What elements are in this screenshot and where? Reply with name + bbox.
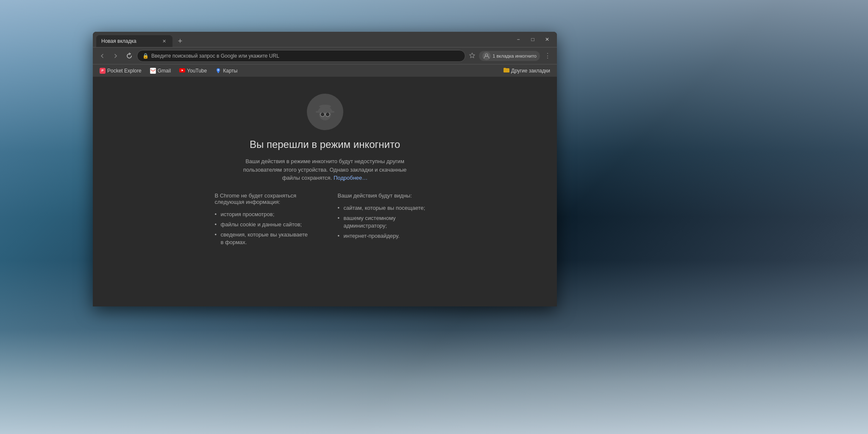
title-bar: Новая вкладка ✕ + − □ ✕ xyxy=(93,32,557,47)
profile-label: 1 вкладка инкогнито xyxy=(492,53,537,58)
incognito-icon xyxy=(307,94,343,130)
youtube-icon xyxy=(179,68,185,74)
maximize-button[interactable]: □ xyxy=(526,33,539,46)
list-item-text: история просмотров; xyxy=(221,211,275,217)
gmail-icon xyxy=(150,68,156,74)
tab-title: Новая вкладка xyxy=(101,38,158,44)
profile-avatar xyxy=(482,52,491,60)
list-item-text: вашему системному администратору; xyxy=(344,215,396,229)
bookmark-youtube[interactable]: YouTube xyxy=(176,67,210,75)
other-bookmarks-folder-icon xyxy=(504,67,509,74)
svg-rect-12 xyxy=(316,111,334,113)
list-item-text: интернет-провайдеру. xyxy=(344,233,400,239)
profile-button[interactable]: 1 вкладка инкогнито xyxy=(479,51,540,61)
learn-more-link[interactable]: Подробнее… xyxy=(334,175,367,181)
minimize-button[interactable]: − xyxy=(512,33,525,46)
bookmark-maps[interactable]: Карты xyxy=(212,67,241,75)
back-button[interactable] xyxy=(96,50,108,62)
list-item-text: сайтам, которые вы посещаете; xyxy=(344,205,426,211)
list-item: вашему системному администратору; xyxy=(338,213,435,231)
bookmarks-bar: P Pocket Explore Gmail YouTube Карты xyxy=(93,64,557,77)
navigation-bar: 🔒 Введите поисковый запрос в Google или … xyxy=(93,47,557,64)
active-tab[interactable]: Новая вкладка ✕ xyxy=(96,35,172,47)
security-icon: 🔒 xyxy=(142,53,149,59)
bookmark-gmail-label: Gmail xyxy=(158,68,171,74)
right-column: Ваши действия будут видны: сайтам, котор… xyxy=(338,192,435,248)
bookmark-pocket-label: Pocket Explore xyxy=(107,68,142,74)
bookmark-star-button[interactable] xyxy=(467,51,477,61)
svg-point-9 xyxy=(320,112,325,117)
right-column-list: сайтам, которые вы посещаете; вашему сис… xyxy=(338,203,435,242)
info-columns: В Chrome не будет сохраняться следующая … xyxy=(198,192,452,248)
list-item-text: сведения, которые вы указываете в формах… xyxy=(221,231,308,245)
tab-close-button[interactable]: ✕ xyxy=(161,38,167,45)
other-bookmarks-label: Другие закладки xyxy=(511,68,550,74)
list-item: файлы cookie и данные сайтов; xyxy=(215,220,312,230)
browser-content: Вы перешли в режим инкогнито Ваши действ… xyxy=(93,77,557,306)
reload-button[interactable] xyxy=(123,50,135,62)
window-controls: − □ ✕ xyxy=(512,33,554,46)
other-bookmarks-button[interactable]: Другие закладки xyxy=(500,67,554,75)
list-item: сведения, которые вы указываете в формах… xyxy=(215,230,312,248)
maps-icon xyxy=(215,68,221,74)
address-text: Введите поисковый запрос в Google или ук… xyxy=(151,53,460,59)
spy-svg-graphic xyxy=(313,100,337,124)
list-item: сайтам, которые вы посещаете; xyxy=(338,203,435,213)
incognito-title: Вы перешли в режим инкогнито xyxy=(250,139,400,150)
bookmark-youtube-label: YouTube xyxy=(187,68,207,74)
svg-point-7 xyxy=(319,105,331,108)
svg-point-4 xyxy=(218,69,219,70)
tab-strip: Новая вкладка ✕ + xyxy=(96,32,512,47)
browser-window: Новая вкладка ✕ + − □ ✕ 🔒 Введите поиско… xyxy=(93,32,557,306)
list-item: интернет-провайдеру. xyxy=(338,231,435,241)
bookmark-maps-label: Карты xyxy=(223,68,237,74)
incognito-description: Ваши действия в режиме инкогнито будут н… xyxy=(236,157,414,182)
address-bar[interactable]: 🔒 Введите поисковый запрос в Google или … xyxy=(137,50,465,62)
svg-rect-6 xyxy=(504,68,506,69)
browser-menu-button[interactable]: ⋮ xyxy=(542,50,554,62)
new-tab-button[interactable]: + xyxy=(174,35,186,47)
list-item: история просмотров; xyxy=(215,209,312,220)
close-button[interactable]: ✕ xyxy=(541,33,554,46)
bookmark-pocket[interactable]: P Pocket Explore xyxy=(96,67,145,75)
pocket-icon: P xyxy=(100,68,106,74)
svg-point-10 xyxy=(326,112,330,117)
left-column-title: В Chrome не будет сохраняться следующая … xyxy=(215,192,312,205)
list-item-text: файлы cookie и данные сайтов; xyxy=(221,221,302,228)
bookmark-gmail[interactable]: Gmail xyxy=(147,67,174,75)
right-column-title: Ваши действия будут видны: xyxy=(338,192,435,199)
left-column-list: история просмотров; файлы cookie и данны… xyxy=(215,209,312,248)
left-column: В Chrome не будет сохраняться следующая … xyxy=(215,192,312,248)
forward-button[interactable] xyxy=(110,50,122,62)
